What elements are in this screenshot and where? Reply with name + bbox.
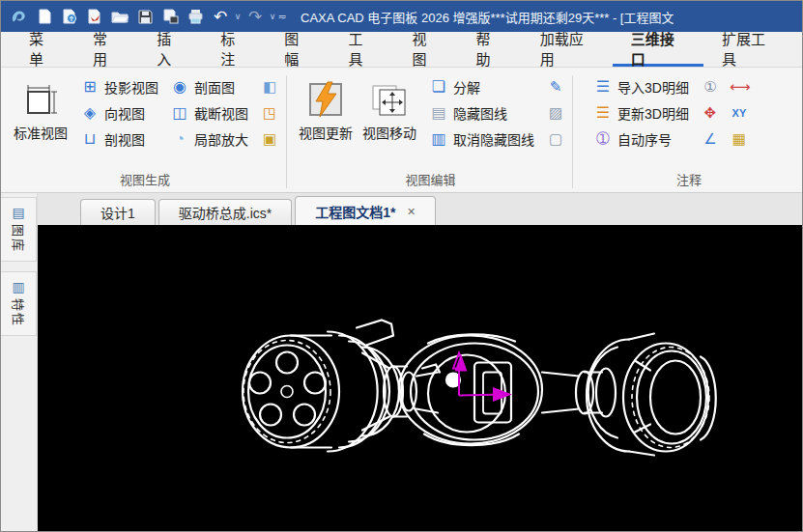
quick-access-more-icon[interactable]: ≂	[277, 11, 287, 23]
side-tab-properties[interactable]: ▥ 特性	[1, 271, 37, 336]
dimension-3d-button[interactable]: ⟷	[728, 75, 751, 98]
cad-drawing	[38, 225, 803, 532]
undo-icon[interactable]: ↶	[208, 5, 233, 28]
standard-view-icon	[20, 78, 61, 121]
view-from-file-button[interactable]: ▣	[258, 127, 281, 151]
unhide-lines-icon: ▥	[429, 129, 448, 149]
group-label-view-generation: 视图生成	[9, 167, 281, 192]
undo-dropdown-icon[interactable]: ∨	[233, 12, 243, 21]
view-update-icon	[305, 78, 346, 121]
section-view-button[interactable]: ⊔ 剖视图	[76, 126, 162, 152]
doc-tab-drawing-doc1[interactable]: 工程图文档1* ×	[295, 196, 435, 225]
app-window: ↶ ∨ ↷ ∨ ≂ CAXA CAD 电子图板 2026 增强版***试用期还剩…	[1, 1, 803, 532]
tab-close-icon[interactable]: ×	[407, 204, 415, 219]
document-tab-strip: 设计1 驱动桥总成.ics* 工程图文档1* ×	[38, 193, 803, 225]
view-move-icon	[369, 78, 410, 121]
ribbon: 标准视图 ⊞ 投影视图 ◈ 向视图 ⊔ 剖视图	[1, 68, 803, 193]
redo-dropdown-icon[interactable]: ∨	[268, 12, 277, 21]
menu-bar: 菜单 常用 插入 标注 图幅 工具 视图 帮助 加载应用 三维接口 扩展工具	[1, 32, 803, 68]
ribbon-separator	[286, 75, 287, 188]
partial-section-icon: ◧	[260, 77, 279, 97]
balloon-zoom-icon: ①	[701, 77, 720, 97]
menu-item-kuozhan-gongju[interactable]: 扩展工具	[703, 32, 794, 67]
export-file-icon[interactable]	[82, 5, 107, 28]
ribbon-group-annotation: ☰ 导入3D明细 ☰ 更新3D明细 ➀ 自动序号 ① ✥ ∠	[574, 71, 802, 192]
view-from-file-icon: ▣	[260, 129, 279, 149]
menu-item-tufu[interactable]: 图幅	[266, 32, 330, 67]
auto-balloon-icon: ➀	[593, 129, 613, 149]
menu-item-caidan[interactable]: 菜单	[11, 32, 74, 67]
new-from-template-icon[interactable]	[57, 5, 82, 28]
view-update-button[interactable]: 视图更新	[294, 73, 358, 147]
detail-view-icon: ◔	[170, 129, 189, 149]
menu-item-biaozhu[interactable]: 标注	[202, 32, 266, 67]
direction-view-button[interactable]: ◈ 向视图	[76, 99, 162, 126]
align-balloons-button[interactable]: ✥	[699, 101, 722, 125]
edit-view-button[interactable]: ✎	[544, 75, 567, 98]
menu-item-gongju[interactable]: 工具	[330, 32, 393, 67]
angle-annotate-icon: ∠	[701, 129, 720, 149]
table-edit-button[interactable]: ▦	[728, 127, 751, 151]
align-balloons-icon: ✥	[701, 103, 720, 123]
crop-view-button[interactable]: ◳	[258, 101, 281, 125]
explode-icon: ❏	[429, 77, 448, 97]
import-3d-bom-button[interactable]: ☰ 导入3D明细	[589, 73, 693, 99]
ribbon-group-view-editing: 视图更新 视图移动 ❏	[288, 71, 571, 192]
new-file-icon[interactable]	[32, 5, 57, 28]
ribbon-group-view-generation: 标准视图 ⊞ 投影视图 ◈ 向视图 ⊔ 剖视图	[3, 71, 285, 192]
update-3d-bom-icon: ☰	[593, 103, 613, 123]
section-plane-icon: ◉	[170, 77, 189, 97]
drawing-canvas[interactable]	[38, 225, 803, 532]
partial-section-button[interactable]: ◧	[258, 75, 281, 98]
open-folder-icon[interactable]	[107, 5, 132, 28]
edit-boundary-button[interactable]: ▢	[544, 127, 567, 151]
projection-view-icon: ⊞	[80, 77, 100, 97]
xy-coordinate-icon: XY	[730, 103, 749, 123]
unhide-lines-button[interactable]: ▥ 取消隐藏图线	[425, 126, 538, 152]
properties-icon: ▥	[9, 277, 28, 296]
table-edit-icon: ▦	[730, 129, 749, 149]
crop-view-icon: ◳	[260, 103, 279, 123]
break-view-icon: ◫	[170, 103, 189, 123]
side-tab-library[interactable]: ▤ 图库	[1, 197, 37, 262]
redo-icon[interactable]: ↷	[243, 5, 268, 28]
detail-view-button[interactable]: ◔ 局部放大	[166, 126, 252, 152]
menu-item-sanwei-jiekou[interactable]: 三维接口	[613, 32, 703, 67]
balloon-zoom-button[interactable]: ①	[699, 75, 722, 98]
edit-hatch-button[interactable]: ▨	[544, 101, 567, 125]
angle-annotate-button[interactable]: ∠	[699, 127, 722, 151]
menu-item-changyong[interactable]: 常用	[74, 32, 138, 67]
auto-balloon-button[interactable]: ➀ 自动序号	[589, 126, 693, 152]
update-3d-bom-button[interactable]: ☰ 更新3D明细	[589, 99, 693, 126]
print-icon[interactable]	[183, 5, 208, 28]
hide-lines-icon: ▤	[429, 103, 448, 123]
dimension-3d-icon: ⟷	[730, 77, 749, 97]
doc-tab-design1[interactable]: 设计1	[80, 199, 156, 225]
hide-lines-button[interactable]: ▤ 隐藏图线	[425, 99, 538, 126]
break-view-button[interactable]: ◫ 截断视图	[166, 99, 252, 126]
menu-item-bangzhu[interactable]: 帮助	[458, 32, 522, 67]
app-logo-icon	[7, 5, 32, 28]
library-icon: ▤	[9, 203, 28, 222]
side-panel-rail: ▤ 图库 ▥ 特性	[1, 193, 38, 532]
explode-button[interactable]: ❏ 分解	[425, 73, 538, 99]
menu-item-charu[interactable]: 插入	[138, 32, 202, 67]
save-icon[interactable]	[132, 5, 158, 28]
section-plane-button[interactable]: ◉ 剖面图	[166, 73, 252, 99]
group-label-annotation: 注释	[580, 167, 798, 192]
edit-view-icon: ✎	[546, 77, 565, 97]
section-view-icon: ⊔	[80, 129, 100, 149]
view-move-button[interactable]: 视图移动	[358, 73, 421, 147]
group-label-view-editing: 视图编辑	[294, 167, 567, 192]
doc-tab-axle-assembly[interactable]: 驱动桥总成.ics*	[158, 199, 292, 225]
save-all-icon[interactable]	[158, 5, 183, 28]
menu-item-shitu[interactable]: 视图	[393, 32, 457, 67]
menu-item-jiazai-yingyong[interactable]: 加载应用	[522, 32, 613, 67]
standard-view-button[interactable]: 标准视图	[9, 73, 72, 147]
edit-boundary-icon: ▢	[546, 129, 565, 149]
import-3d-bom-icon: ☰	[593, 77, 613, 97]
projection-view-button[interactable]: ⊞ 投影视图	[76, 73, 162, 99]
direction-view-icon: ◈	[80, 103, 100, 123]
edit-hatch-icon: ▨	[546, 103, 565, 123]
xy-coordinate-button[interactable]: XY	[728, 101, 751, 125]
